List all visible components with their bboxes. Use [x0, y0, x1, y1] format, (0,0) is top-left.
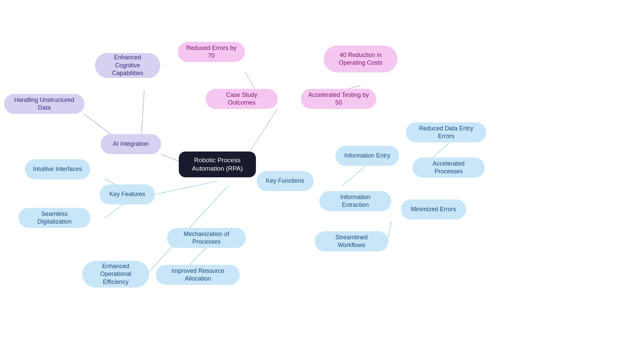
key-features-node: Key Features	[100, 184, 155, 204]
enhanced-cognitive-node: Enhanced Cognitive Capabilities	[95, 53, 160, 78]
ai-integration-node: AI Integration	[101, 134, 161, 154]
case-study-node: Case Study Outcomes	[206, 89, 278, 109]
mechanization-node: Mechanization of Processes	[167, 228, 246, 248]
improved-resource-node: Improved Resource Allocation	[156, 265, 240, 285]
seamless-digitalization-node: Seamless Digitalization	[18, 208, 91, 228]
central-node: Robotic Process Automation (RPA)	[179, 152, 256, 177]
accelerated-processes-node: Accelerated Processes	[413, 158, 485, 178]
information-entry-node: Information Entry	[335, 146, 399, 166]
intuitive-interfaces-node: Intuitive Interfaces	[25, 159, 90, 179]
enhanced-operational-node: Enhanced Operational Efficiency	[82, 261, 149, 288]
reduced-data-entry-node: Reduced Data Entry Errors	[406, 122, 486, 142]
streamlined-workflows-node: Streamlined Workflows	[315, 231, 388, 251]
reduction-costs-node: 40 Reduction in Operating Costs	[324, 46, 397, 72]
key-functions-node: Key Functions	[257, 171, 314, 191]
svg-line-7	[155, 181, 217, 194]
reduced-errors-node: Reduced Errors by 70	[178, 42, 245, 62]
information-extraction-node: Information Extraction	[319, 191, 391, 211]
accelerated-testing-node: Accelerated Testing by 50	[301, 89, 376, 109]
svg-line-14	[342, 166, 366, 186]
minimized-errors-node: Minimized Errors	[401, 199, 466, 220]
handling-unstructured-node: Handling Unstructured Data	[4, 94, 85, 114]
